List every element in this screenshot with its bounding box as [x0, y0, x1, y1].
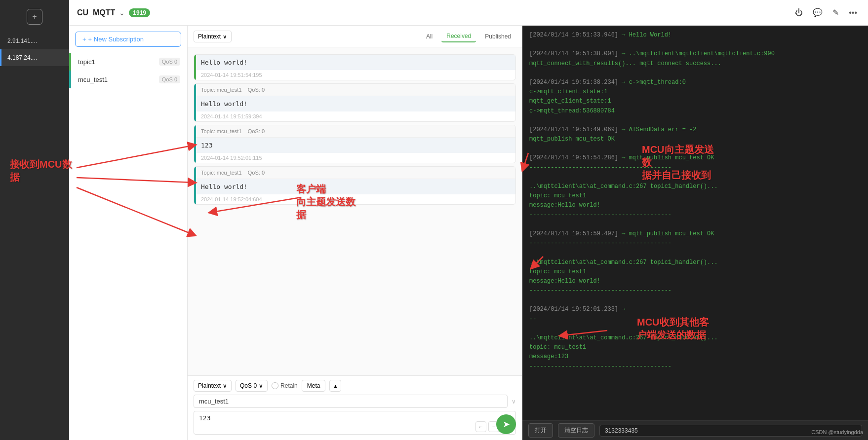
message-time: 2024-01-14 19:52:01:115: [196, 153, 515, 163]
terminal-line: mqtt_connect_with_results()... mqtt conn…: [529, 59, 861, 69]
terminal-line: mqtt_get_client_state:1: [529, 97, 861, 106]
message-icon[interactable]: 💬: [810, 6, 826, 19]
message-body: Hello world!: [196, 179, 515, 194]
sidebar-item-2[interactable]: 4.187.24....: [0, 49, 69, 66]
messages-list: Hello world! 2024-01-14 19:51:54:195 Top…: [188, 47, 522, 375]
format-select[interactable]: Plaintext ∨: [194, 31, 232, 42]
sidebar: + 2.91.141.... 4.187.24....: [0, 0, 69, 440]
retain-checkbox[interactable]: Retain: [272, 382, 298, 389]
retain-circle-icon: [272, 382, 278, 389]
terminal-line: [2024/01/14 19:52:01.233] →: [529, 305, 861, 314]
terminal-line: ..\mqttclient\at\at_command.c:267 topic1…: [529, 333, 861, 343]
send-message-button[interactable]: ➤: [496, 414, 516, 434]
terminal-line: [529, 116, 861, 125]
terminal-line: [529, 295, 861, 305]
terminal-line: ----------------------------------------: [529, 211, 861, 220]
terminal-line: [2024/01/14 19:51:54.286] → mqtt_publish…: [529, 153, 861, 163]
message-header: Topic: mcu_test1 QoS: 0: [196, 84, 515, 96]
terminal-line: message:Hello world!: [529, 201, 861, 210]
terminal-line: [2024/01/14 19:51:59.497] → mqtt_publish…: [529, 229, 861, 239]
topic-name: mcu_test1: [78, 76, 108, 83]
message-body: 123: [196, 138, 515, 153]
open-port-button[interactable]: 打开: [528, 423, 553, 438]
plus-icon: +: [82, 36, 86, 43]
filter-published-button[interactable]: Published: [480, 31, 516, 42]
terminal-line: ..\mqttclient\at\at_command.c:267 topic1…: [529, 258, 861, 267]
message-body: Hello world!: [196, 55, 515, 70]
content-area: + + New Subscription topic1 QoS 0 mcu_te…: [69, 26, 868, 440]
publish-format-select[interactable]: Plaintext ∨: [194, 380, 232, 392]
publish-toolbar: Plaintext ∨ QoS 0 ∨ Retain Met: [194, 380, 516, 392]
terminal-line: [529, 144, 861, 153]
topic-name: topic1: [78, 58, 95, 66]
messages-toolbar: Plaintext ∨ All Received Published: [188, 26, 522, 47]
add-connection-button[interactable]: +: [27, 9, 42, 25]
message-card: Hello world! 2024-01-14 19:51:54:195: [194, 54, 516, 80]
terminal-line: [2024/01/14 19:51:33.946] → Hello World!: [529, 31, 861, 40]
publish-topic-row: ∨: [194, 395, 516, 408]
terminal-output: [2024/01/14 19:51:33.946] → Hello World!…: [522, 26, 868, 420]
message-time: 2024-01-14 19:51:59:394: [196, 111, 515, 121]
terminal-line: [2024/01/14 19:51:38.001] → ..\mqttclien…: [529, 49, 861, 59]
power-icon[interactable]: ⏻: [792, 6, 806, 19]
publish-topic-input[interactable]: [194, 395, 508, 408]
terminal-line: [2024/01/14 19:51:49.069] → ATSendData e…: [529, 125, 861, 135]
clear-log-button[interactable]: 清空日志: [558, 423, 594, 438]
chevron-down-icon[interactable]: ⌄: [119, 9, 125, 17]
terminal-line: c->mqtt_thread:536880784: [529, 107, 861, 116]
terminal-line: topic: mcu_test1: [529, 267, 861, 277]
chevron-down-icon: ∨: [223, 33, 227, 40]
topic-qos: QoS 0: [159, 58, 180, 66]
chevron-down-icon: ∨: [259, 382, 263, 389]
message-time: 2024-01-14 19:52:04:604: [196, 194, 515, 204]
message-header: Topic: mcu_test1 QoS: 0: [196, 125, 515, 138]
sidebar-item-1[interactable]: 2.91.141....: [0, 33, 69, 49]
topic-qos: QoS 0: [159, 75, 180, 83]
terminal-line: [2024/01/14 19:51:38.234] → c->mqtt_thre…: [529, 78, 861, 87]
topic-item-topic1[interactable]: topic1 QoS 0: [69, 53, 187, 71]
message-header: Topic: mcu_test1 QoS: 0: [196, 167, 515, 179]
chevron-down-icon: ∨: [512, 398, 516, 405]
connection-latency-badge: 1919: [129, 8, 150, 17]
terminal-line: ----------------------------------------: [529, 163, 861, 173]
connection-title: CU_MQTT: [77, 8, 115, 17]
publish-qos-select[interactable]: QoS 0 ∨: [236, 380, 268, 392]
terminal-line: message:123: [529, 352, 861, 362]
publish-area: Plaintext ∨ QoS 0 ∨ Retain Met: [188, 375, 522, 440]
terminal-line: ----------------------------------------: [529, 239, 861, 248]
terminal-panel: [2024/01/14 19:51:33.946] → Hello World!…: [522, 26, 868, 440]
watermark: CSDN @studyingdda: [811, 429, 863, 435]
topic-item-mcu-test1[interactable]: mcu_test1 QoS 0: [69, 71, 187, 88]
terminal-line: c->mqtt_client_state:1: [529, 87, 861, 97]
publish-message-area: 123 ← − →: [194, 411, 516, 436]
message-card: Topic: mcu_test1 QoS: 0 Hello world! 202…: [194, 166, 516, 205]
terminal-line: [529, 324, 861, 333]
more-options-icon[interactable]: •••: [846, 6, 860, 19]
header: CU_MQTT ⌄ 1919 ⏻ 💬 ✎ •••: [69, 0, 868, 26]
meta-button[interactable]: Meta: [302, 380, 326, 392]
terminal-line: topic: mcu_test1: [529, 343, 861, 352]
filter-received-button[interactable]: Received: [441, 31, 476, 42]
terminal-line: message:Hello world!: [529, 277, 861, 286]
terminal-line: [529, 69, 861, 78]
message-time: 2024-01-14 19:51:54:195: [196, 70, 515, 80]
message-body: Hello world!: [196, 96, 515, 111]
terminal-line: ..\mqttclient\at\at_command.c:267 topic1…: [529, 182, 861, 191]
chevron-down-icon: ∨: [223, 382, 227, 389]
terminal-line: ----------------------------------------: [529, 286, 861, 295]
message-card: Topic: mcu_test1 QoS: 0 123 2024-01-14 1…: [194, 125, 516, 163]
message-card: Topic: mcu_test1 QoS: 0 Hello world! 202…: [194, 83, 516, 122]
terminal-line: [529, 220, 861, 229]
publish-message-input[interactable]: 123: [194, 411, 516, 435]
new-subscription-button[interactable]: + + New Subscription: [75, 32, 181, 47]
terminal-line: topic: mcu_test1: [529, 191, 861, 201]
main-panel: CU_MQTT ⌄ 1919 ⏻ 💬 ✎ ••• + + New Subscri…: [69, 0, 868, 440]
filter-all-button[interactable]: All: [421, 31, 437, 42]
terminal-line: [529, 248, 861, 257]
prev-message-button[interactable]: ←: [475, 421, 486, 432]
terminal-line: --: [529, 315, 861, 324]
terminal-line: mqtt_publish mcu_test OK: [529, 135, 861, 144]
edit-icon[interactable]: ✎: [829, 6, 842, 19]
expand-button[interactable]: ▲: [329, 380, 341, 392]
subscriptions-panel: + + New Subscription topic1 QoS 0 mcu_te…: [69, 26, 188, 440]
